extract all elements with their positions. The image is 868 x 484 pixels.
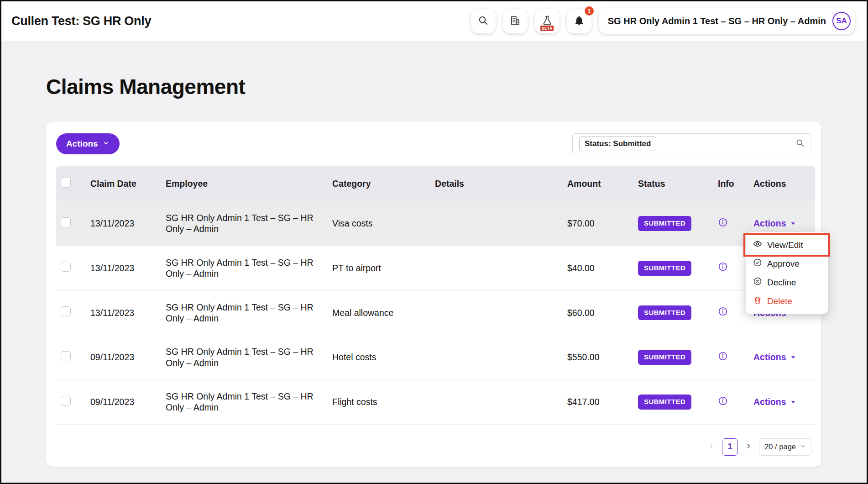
menu-item-view-edit[interactable]: View/Edit [746,236,828,254]
table-row: 13/11/2023 SG HR Only Admin 1 Test – SG … [56,246,815,291]
amount-cell: $70.00 [563,201,633,246]
info-icon [718,217,728,229]
prev-page-button[interactable] [707,442,716,452]
column-header-info: Info [713,166,749,201]
chevron-right-icon [745,442,752,451]
amount-cell: $550.00 [563,335,633,380]
caret-down-icon [790,352,796,363]
status-badge: SUBMITTED [638,216,691,231]
x-circle-icon [753,277,762,288]
menu-item-label: Approve [767,259,800,269]
current-page-button[interactable]: 1 [722,438,738,456]
category-cell: PT to airport [328,246,430,291]
search-icon [478,15,488,27]
table-row: 13/11/2023 SG HR Only Admin 1 Test – SG … [56,201,815,246]
card-toolbar: Actions Status: Submitted [56,133,811,154]
page-title: Claims Management [46,74,867,99]
beta-badge: BETA [540,26,554,31]
category-cell: Hotel costs [328,335,430,380]
info-button[interactable] [718,396,728,407]
employee-cell: SG HR Only Admin 1 Test – SG – HR Only –… [161,246,328,291]
category-cell: Flight costs [328,380,430,425]
bulk-actions-button[interactable]: Actions [56,133,120,154]
column-header-claim-date: Claim Date [86,166,161,201]
status-badge: SUBMITTED [638,261,691,276]
column-header-actions: Actions [749,166,815,201]
caret-down-icon [790,218,796,229]
row-actions-dropdown[interactable]: Actions [753,396,810,407]
status-badge: SUBMITTED [638,395,691,410]
menu-item-approve[interactable]: Approve [746,254,828,273]
claims-table: Claim Date Employee Category Details Amo… [56,166,815,425]
page-size-label: 20 / page [764,442,796,451]
filter-search-bar[interactable]: Status: Submitted [572,133,811,154]
pagination: 1 20 / page [56,438,811,456]
amount-cell: $417.00 [563,380,633,425]
select-row-checkbox[interactable] [61,306,71,316]
company-button[interactable] [503,9,528,33]
notifications-button[interactable]: 1 [567,9,591,33]
claims-card: Actions Status: Submitted [46,121,822,467]
details-cell [430,380,563,425]
menu-item-label: Delete [767,296,792,306]
beta-labs-button[interactable]: BETA [535,9,559,33]
topbar-actions: BETA 1 SG HR Only Admin 1 Test – SG – HR… [471,8,855,34]
details-cell [430,201,563,246]
column-header-details: Details [430,166,563,201]
row-actions-dropdown[interactable]: Actions [753,352,810,363]
topbar: Cullen Test: SG HR Only BETA [1,1,867,41]
column-header-category: Category [328,166,430,201]
user-menu[interactable]: SG HR Only Admin 1 Test – SG – HR Only –… [599,8,855,34]
table-row: 09/11/2023 SG HR Only Admin 1 Test – SG … [56,335,815,380]
column-header-employee: Employee [161,166,328,201]
table-row: 09/11/2023 SG HR Only Admin 1 Test – SG … [56,380,815,425]
trash-icon [753,295,762,307]
select-row-checkbox[interactable] [61,351,71,361]
claim-date-cell: 09/11/2023 [86,380,161,425]
row-actions-dropdown[interactable]: Actions [753,218,810,229]
column-header-status: Status [633,166,713,201]
info-button[interactable] [718,306,728,318]
search-button[interactable] [471,9,496,33]
menu-item-decline[interactable]: Decline [746,273,828,292]
amount-cell: $40.00 [563,246,633,291]
claim-date-cell: 13/11/2023 [86,246,161,291]
info-button[interactable] [718,262,728,273]
info-button[interactable] [718,351,728,363]
app-title: Cullen Test: SG HR Only [11,14,151,28]
menu-item-label: Decline [767,278,796,288]
select-row-checkbox[interactable] [61,262,71,272]
employee-cell: SG HR Only Admin 1 Test – SG – HR Only –… [161,291,328,336]
caret-down-icon [790,396,796,407]
info-icon [718,262,728,273]
table-header-row: Claim Date Employee Category Details Amo… [56,166,815,201]
chevron-down-icon [103,139,110,149]
row-actions-label: Actions [753,218,786,229]
page-size-select[interactable]: 20 / page [759,438,811,456]
avatar: SA [832,12,851,30]
select-row-checkbox[interactable] [61,217,71,227]
select-all-checkbox[interactable] [61,178,71,188]
status-badge: SUBMITTED [638,350,691,365]
menu-item-label: View/Edit [767,240,803,250]
info-icon [718,396,728,407]
user-menu-label: SG HR Only Admin 1 Test – SG – HR Only –… [608,16,826,26]
claim-date-cell: 13/11/2023 [86,201,161,246]
notification-count-badge: 1 [584,5,595,16]
menu-item-delete[interactable]: Delete [746,292,828,310]
claim-date-cell: 13/11/2023 [86,291,161,336]
eye-icon [753,239,762,251]
search-icon [795,138,805,149]
filter-tag-status[interactable]: Status: Submitted [579,137,656,151]
employee-cell: SG HR Only Admin 1 Test – SG – HR Only –… [161,380,328,425]
next-page-button[interactable] [744,442,753,452]
status-badge: SUBMITTED [638,305,691,321]
building-icon [510,15,521,27]
info-button[interactable] [718,217,728,229]
amount-cell: $60.00 [563,291,633,336]
select-row-checkbox[interactable] [61,396,71,406]
row-actions-label: Actions [753,352,786,363]
row-actions-label: Actions [753,396,786,407]
category-cell: Meal allowance [328,291,430,336]
category-cell: Visa costs [328,201,430,246]
